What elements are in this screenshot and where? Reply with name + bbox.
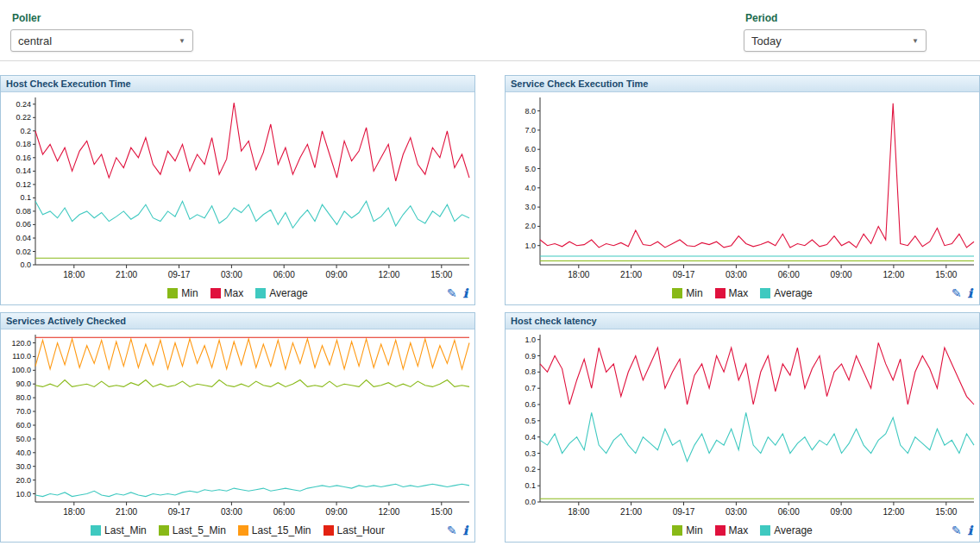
- legend-item[interactable]: Max: [210, 287, 244, 299]
- edit-icon[interactable]: ✎: [952, 287, 962, 299]
- info-icon[interactable]: ℹ: [463, 287, 468, 299]
- svg-text:0.4: 0.4: [525, 433, 536, 442]
- legend-swatch: [715, 288, 726, 298]
- period-filter: Period Today ▼: [744, 10, 927, 52]
- legend-item[interactable]: Last_Hour: [324, 524, 385, 536]
- poller-selected-value: central: [18, 34, 52, 47]
- poller-label: Poller: [12, 12, 193, 24]
- svg-text:0.9: 0.9: [525, 352, 536, 361]
- chart-legend: MinMaxAverage: [167, 287, 308, 299]
- svg-text:20.0: 20.0: [16, 476, 31, 485]
- legend-item[interactable]: Average: [760, 287, 812, 299]
- info-icon[interactable]: ℹ: [968, 287, 972, 299]
- chart-legend: Last_MinLast_5_MinLast_15_MinLast_Hour: [91, 524, 385, 536]
- panel-title: Services Actively Checked: [1, 313, 474, 329]
- svg-text:18:00: 18:00: [568, 270, 589, 279]
- legend-item[interactable]: Average: [760, 524, 812, 536]
- svg-text:18:00: 18:00: [63, 507, 85, 517]
- svg-text:90.0: 90.0: [16, 380, 31, 388]
- svg-text:0.02: 0.02: [16, 248, 31, 256]
- legend-label: Max: [729, 287, 749, 299]
- svg-text:12:00: 12:00: [883, 270, 904, 279]
- period-selected-value: Today: [751, 34, 782, 47]
- svg-text:12:00: 12:00: [883, 507, 904, 517]
- svg-text:21:00: 21:00: [116, 270, 137, 279]
- legend-item[interactable]: Last_5_Min: [159, 524, 226, 536]
- svg-text:80.0: 80.0: [16, 393, 31, 402]
- svg-text:110.0: 110.0: [12, 352, 31, 361]
- legend-swatch: [672, 288, 682, 298]
- legend-item[interactable]: Max: [715, 287, 749, 299]
- svg-text:18:00: 18:00: [568, 507, 589, 517]
- legend-label: Average: [269, 287, 307, 299]
- svg-text:0.24: 0.24: [16, 100, 31, 109]
- svg-text:0.7: 0.7: [525, 384, 536, 392]
- legend-label: Last_Min: [104, 524, 147, 536]
- svg-text:09-17: 09-17: [673, 270, 695, 279]
- info-icon[interactable]: ℹ: [968, 524, 972, 536]
- svg-text:0.0: 0.0: [20, 260, 31, 269]
- legend-item[interactable]: Min: [672, 287, 702, 299]
- legend-swatch: [672, 525, 682, 536]
- svg-text:03:00: 03:00: [221, 270, 242, 279]
- panel-icons: ✎ ℹ: [952, 287, 972, 299]
- svg-text:0.14: 0.14: [16, 166, 31, 175]
- svg-text:0.6: 0.6: [525, 400, 536, 409]
- svg-text:0.04: 0.04: [16, 234, 31, 242]
- svg-text:8.0: 8.0: [525, 107, 536, 116]
- svg-text:5.0: 5.0: [525, 165, 536, 173]
- svg-text:09:00: 09:00: [831, 507, 852, 517]
- chevron-down-icon: ▼: [179, 37, 185, 45]
- legend-item[interactable]: Last_Min: [91, 524, 147, 536]
- period-select[interactable]: Today ▼: [744, 29, 927, 52]
- legend-swatch: [210, 288, 221, 298]
- svg-text:09:00: 09:00: [326, 507, 348, 517]
- legend-item[interactable]: Max: [715, 524, 749, 536]
- legend-swatch: [167, 288, 178, 298]
- panel-footer: MinMaxAverage ✎ ℹ: [506, 282, 979, 304]
- line-chart-host-check-latency[interactable]: 0.00.10.20.30.40.50.60.70.80.91.018:0021…: [506, 329, 979, 519]
- line-chart-services-actively-checked[interactable]: 10.020.030.040.050.060.070.080.090.0100.…: [1, 329, 474, 519]
- legend-item[interactable]: Last_15_Min: [238, 524, 311, 536]
- svg-text:06:00: 06:00: [778, 270, 800, 279]
- legend-item[interactable]: Min: [167, 287, 198, 299]
- legend-swatch: [238, 525, 248, 536]
- svg-text:120.0: 120.0: [11, 339, 31, 348]
- line-chart-host-check-execution-time[interactable]: 0.00.020.040.060.080.10.120.140.160.180.…: [1, 92, 474, 282]
- svg-text:6.0: 6.0: [525, 145, 536, 154]
- legend-item[interactable]: Min: [672, 524, 702, 536]
- svg-text:0.2: 0.2: [20, 127, 31, 135]
- info-icon[interactable]: ℹ: [463, 524, 468, 536]
- svg-text:15:00: 15:00: [935, 270, 957, 279]
- svg-text:15:00: 15:00: [430, 507, 452, 517]
- edit-icon[interactable]: ✎: [447, 287, 457, 299]
- svg-text:06:00: 06:00: [273, 507, 295, 517]
- svg-text:0.8: 0.8: [525, 367, 536, 376]
- svg-text:60.0: 60.0: [16, 421, 31, 430]
- svg-text:1.0: 1.0: [525, 242, 536, 250]
- panel-icons: ✎ ℹ: [447, 287, 468, 299]
- filter-bar: Poller central ▼ Period Today ▼: [0, 0, 980, 61]
- panel-title: Host check latency: [506, 313, 979, 329]
- chevron-down-icon: ▼: [912, 37, 919, 45]
- panel-footer: Last_MinLast_5_MinLast_15_MinLast_Hour ✎…: [1, 519, 474, 542]
- line-chart-service-check-execution-time[interactable]: 1.02.03.04.05.06.07.08.018:0021:0009-170…: [506, 92, 979, 282]
- svg-text:21:00: 21:00: [620, 270, 642, 279]
- svg-text:0.1: 0.1: [525, 481, 536, 490]
- svg-text:18:00: 18:00: [63, 270, 85, 279]
- edit-icon[interactable]: ✎: [952, 524, 962, 536]
- svg-text:100.0: 100.0: [11, 366, 31, 374]
- edit-icon[interactable]: ✎: [447, 524, 457, 536]
- svg-text:3.0: 3.0: [525, 203, 536, 211]
- legend-label: Average: [774, 287, 812, 299]
- svg-text:0.22: 0.22: [16, 113, 31, 122]
- panel-title: Host Check Execution Time: [1, 76, 474, 92]
- poller-select[interactable]: central ▼: [10, 29, 193, 52]
- panel-title: Service Check Execution Time: [506, 76, 979, 92]
- legend-label: Max: [224, 287, 244, 299]
- panel-icons: ✎ ℹ: [952, 524, 972, 536]
- legend-item[interactable]: Average: [255, 287, 307, 299]
- legend-swatch: [159, 525, 169, 536]
- legend-swatch: [91, 525, 101, 536]
- chart-legend: MinMaxAverage: [672, 287, 813, 299]
